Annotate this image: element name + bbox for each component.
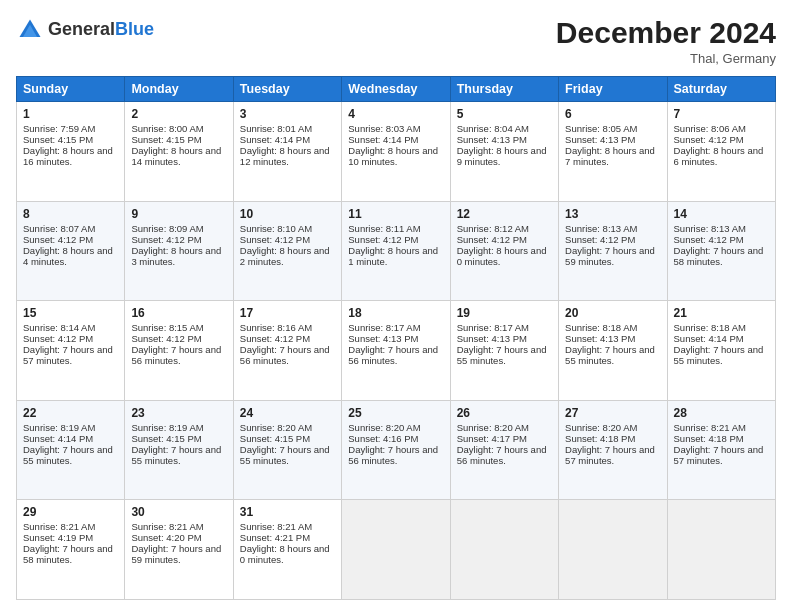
sunset-text: Sunset: 4:12 PM <box>348 234 443 245</box>
sunrise-text: Sunrise: 8:05 AM <box>565 123 660 134</box>
daylight-text: Daylight: 7 hours and 59 minutes. <box>131 543 226 565</box>
calendar-cell: 12Sunrise: 8:12 AMSunset: 4:12 PMDayligh… <box>450 201 558 301</box>
sunset-text: Sunset: 4:12 PM <box>565 234 660 245</box>
location-subtitle: Thal, Germany <box>556 51 776 66</box>
sunset-text: Sunset: 4:12 PM <box>23 234 118 245</box>
calendar-cell <box>342 500 450 600</box>
sunset-text: Sunset: 4:13 PM <box>565 134 660 145</box>
day-number: 18 <box>348 306 443 320</box>
daylight-text: Daylight: 7 hours and 57 minutes. <box>23 344 118 366</box>
sunset-text: Sunset: 4:18 PM <box>674 433 769 444</box>
calendar-cell: 26Sunrise: 8:20 AMSunset: 4:17 PMDayligh… <box>450 400 558 500</box>
logo-icon <box>16 16 44 44</box>
sunrise-text: Sunrise: 8:20 AM <box>457 422 552 433</box>
sunrise-text: Sunrise: 8:20 AM <box>240 422 335 433</box>
day-header-friday: Friday <box>559 77 667 102</box>
daylight-text: Daylight: 8 hours and 7 minutes. <box>565 145 660 167</box>
day-number: 4 <box>348 107 443 121</box>
daylight-text: Daylight: 7 hours and 58 minutes. <box>674 245 769 267</box>
daylight-text: Daylight: 8 hours and 6 minutes. <box>674 145 769 167</box>
sunrise-text: Sunrise: 8:20 AM <box>348 422 443 433</box>
day-number: 22 <box>23 406 118 420</box>
calendar-table: SundayMondayTuesdayWednesdayThursdayFrid… <box>16 76 776 600</box>
calendar-cell <box>667 500 775 600</box>
sunset-text: Sunset: 4:12 PM <box>674 234 769 245</box>
sunrise-text: Sunrise: 8:19 AM <box>131 422 226 433</box>
daylight-text: Daylight: 7 hours and 56 minutes. <box>457 444 552 466</box>
daylight-text: Daylight: 8 hours and 0 minutes. <box>457 245 552 267</box>
daylight-text: Daylight: 8 hours and 0 minutes. <box>240 543 335 565</box>
day-number: 17 <box>240 306 335 320</box>
daylight-text: Daylight: 8 hours and 9 minutes. <box>457 145 552 167</box>
sunrise-text: Sunrise: 8:01 AM <box>240 123 335 134</box>
sunrise-text: Sunrise: 8:12 AM <box>457 223 552 234</box>
calendar-cell: 10Sunrise: 8:10 AMSunset: 4:12 PMDayligh… <box>233 201 341 301</box>
sunset-text: Sunset: 4:12 PM <box>240 234 335 245</box>
sunrise-text: Sunrise: 8:18 AM <box>565 322 660 333</box>
calendar-week-1: 1Sunrise: 7:59 AMSunset: 4:15 PMDaylight… <box>17 102 776 202</box>
daylight-text: Daylight: 7 hours and 57 minutes. <box>565 444 660 466</box>
day-header-monday: Monday <box>125 77 233 102</box>
calendar-cell: 6Sunrise: 8:05 AMSunset: 4:13 PMDaylight… <box>559 102 667 202</box>
daylight-text: Daylight: 7 hours and 55 minutes. <box>131 444 226 466</box>
day-number: 10 <box>240 207 335 221</box>
sunrise-text: Sunrise: 8:16 AM <box>240 322 335 333</box>
calendar-cell: 19Sunrise: 8:17 AMSunset: 4:13 PMDayligh… <box>450 301 558 401</box>
calendar-cell: 3Sunrise: 8:01 AMSunset: 4:14 PMDaylight… <box>233 102 341 202</box>
sunrise-text: Sunrise: 8:21 AM <box>131 521 226 532</box>
day-number: 19 <box>457 306 552 320</box>
day-header-saturday: Saturday <box>667 77 775 102</box>
daylight-text: Daylight: 8 hours and 2 minutes. <box>240 245 335 267</box>
daylight-text: Daylight: 7 hours and 59 minutes. <box>565 245 660 267</box>
calendar-cell: 29Sunrise: 8:21 AMSunset: 4:19 PMDayligh… <box>17 500 125 600</box>
sunrise-text: Sunrise: 8:13 AM <box>674 223 769 234</box>
calendar-cell: 24Sunrise: 8:20 AMSunset: 4:15 PMDayligh… <box>233 400 341 500</box>
logo-text: GeneralBlue <box>48 20 154 40</box>
calendar-header: SundayMondayTuesdayWednesdayThursdayFrid… <box>17 77 776 102</box>
calendar-cell: 5Sunrise: 8:04 AMSunset: 4:13 PMDaylight… <box>450 102 558 202</box>
sunrise-text: Sunrise: 8:21 AM <box>674 422 769 433</box>
daylight-text: Daylight: 7 hours and 55 minutes. <box>457 344 552 366</box>
sunrise-text: Sunrise: 8:18 AM <box>674 322 769 333</box>
page: GeneralBlue December 2024 Thal, Germany … <box>0 0 792 612</box>
sunset-text: Sunset: 4:12 PM <box>457 234 552 245</box>
day-number: 23 <box>131 406 226 420</box>
sunset-text: Sunset: 4:20 PM <box>131 532 226 543</box>
day-number: 9 <box>131 207 226 221</box>
calendar-cell: 4Sunrise: 8:03 AMSunset: 4:14 PMDaylight… <box>342 102 450 202</box>
day-number: 26 <box>457 406 552 420</box>
sunrise-text: Sunrise: 8:15 AM <box>131 322 226 333</box>
month-title: December 2024 <box>556 16 776 49</box>
calendar-cell: 1Sunrise: 7:59 AMSunset: 4:15 PMDaylight… <box>17 102 125 202</box>
calendar-cell: 22Sunrise: 8:19 AMSunset: 4:14 PMDayligh… <box>17 400 125 500</box>
calendar-cell: 17Sunrise: 8:16 AMSunset: 4:12 PMDayligh… <box>233 301 341 401</box>
day-number: 16 <box>131 306 226 320</box>
daylight-text: Daylight: 7 hours and 56 minutes. <box>348 344 443 366</box>
day-number: 13 <box>565 207 660 221</box>
sunset-text: Sunset: 4:13 PM <box>565 333 660 344</box>
day-number: 14 <box>674 207 769 221</box>
sunrise-text: Sunrise: 8:19 AM <box>23 422 118 433</box>
calendar-cell: 16Sunrise: 8:15 AMSunset: 4:12 PMDayligh… <box>125 301 233 401</box>
calendar-cell <box>559 500 667 600</box>
day-number: 30 <box>131 505 226 519</box>
day-number: 7 <box>674 107 769 121</box>
daylight-text: Daylight: 7 hours and 55 minutes. <box>23 444 118 466</box>
sunrise-text: Sunrise: 8:20 AM <box>565 422 660 433</box>
daylight-text: Daylight: 7 hours and 55 minutes. <box>240 444 335 466</box>
day-number: 20 <box>565 306 660 320</box>
sunset-text: Sunset: 4:15 PM <box>131 134 226 145</box>
sunset-text: Sunset: 4:14 PM <box>23 433 118 444</box>
sunset-text: Sunset: 4:17 PM <box>457 433 552 444</box>
sunrise-text: Sunrise: 8:11 AM <box>348 223 443 234</box>
calendar-cell: 14Sunrise: 8:13 AMSunset: 4:12 PMDayligh… <box>667 201 775 301</box>
day-number: 6 <box>565 107 660 121</box>
day-number: 1 <box>23 107 118 121</box>
header: GeneralBlue December 2024 Thal, Germany <box>16 16 776 66</box>
day-number: 8 <box>23 207 118 221</box>
calendar-cell: 7Sunrise: 8:06 AMSunset: 4:12 PMDaylight… <box>667 102 775 202</box>
daylight-text: Daylight: 8 hours and 10 minutes. <box>348 145 443 167</box>
daylight-text: Daylight: 8 hours and 12 minutes. <box>240 145 335 167</box>
sunset-text: Sunset: 4:14 PM <box>348 134 443 145</box>
calendar-cell: 27Sunrise: 8:20 AMSunset: 4:18 PMDayligh… <box>559 400 667 500</box>
